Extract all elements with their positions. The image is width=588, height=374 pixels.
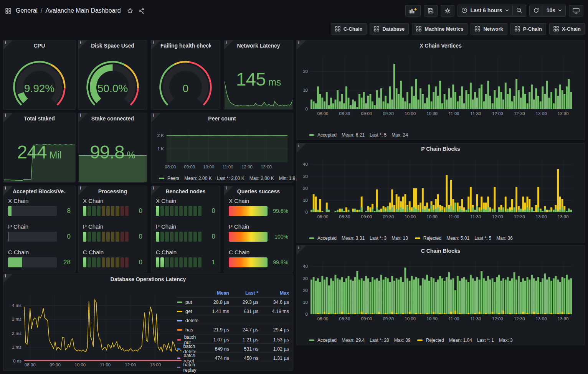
star-icon[interactable] [126,7,134,15]
panel-info-icon[interactable]: i [151,113,160,122]
panel-title[interactable]: Network Latency [233,43,284,49]
panel-info-icon[interactable]: i [3,274,13,283]
breadcrumb-title[interactable]: Avalanche Main Dashboard [45,7,121,14]
x-chain-vertices-chart[interactable]: 08:0008:3009:0009:3010:0010:3011:0011:30… [299,51,582,130]
row-label: C Chain [8,249,71,255]
breadcrumb-section[interactable]: General [16,7,38,14]
gauge-row: P Chain0 [156,223,215,242]
panel-info-icon[interactable]: i [3,113,13,122]
add-panel-button[interactable] [405,5,421,16]
table-header[interactable]: Last * [229,290,258,296]
legend-stat: Max: 2.00 K [249,176,274,181]
panel-info-icon[interactable]: i [224,40,233,49]
dashboard-link-c-chain[interactable]: C-Chain [331,23,367,35]
dashboard-link-network[interactable]: Network [471,23,507,35]
lcd-cell [179,232,183,242]
table-header[interactable]: Mean [199,290,229,296]
panel-info-icon[interactable]: i [3,186,13,195]
lcd-gauge [156,206,202,216]
p-chain-blocks-chart[interactable]: 08:0008:3009:0009:3010:0010:3011:0011:30… [299,154,582,233]
panel-info-icon[interactable]: i [151,186,160,195]
legend-item[interactable]: PeersMean: 2.00 KLast *: 2.00 KMax: 2.00… [159,176,296,181]
peer-count-chart[interactable]: 08:0009:0010:0011:0012:0013:001 K2 K [154,124,291,173]
panel-title[interactable]: Queries success [233,188,284,194]
stat-value: 145ms [224,40,293,109]
svg-text:13:00: 13:00 [536,111,547,116]
stat-unit: Mil [50,150,62,161]
panel-title[interactable]: Disk Space Used [88,43,138,49]
svg-text:12:30: 12:30 [514,316,525,321]
legend-item[interactable]: AcceptedMean: 6.21Last *: 5Max: 24 [309,132,408,138]
panel-title[interactable]: Stake connected [88,115,138,122]
svg-text:08:00: 08:00 [317,111,329,116]
series-name[interactable]: batch replay [177,362,199,373]
legend-label: Rejected [423,236,441,241]
table-header[interactable]: Max [258,290,289,296]
dashboards-grid-icon[interactable] [5,7,12,15]
table-cell: 631 µs [229,309,258,314]
panel-title[interactable]: Total staked [13,115,66,122]
panel-info-icon[interactable]: i [78,40,88,49]
table-cell: 28.8 µs [199,300,229,305]
series-name[interactable]: has [177,327,199,333]
refresh-button[interactable] [530,5,543,16]
svg-text:11:00: 11:00 [449,111,459,116]
panel-title[interactable]: C Chain Blocks [306,248,575,254]
panel-info-icon[interactable]: i [78,113,88,122]
legend-swatch [159,178,164,179]
row-label: P Chain [83,223,142,230]
series-name[interactable]: get [177,309,199,314]
stat-number: 99.8 [90,142,124,163]
share-icon[interactable] [138,7,145,15]
dashboard-link-database[interactable]: Database [370,23,409,35]
panel-title[interactable]: CPU [13,43,66,49]
panel-info-icon[interactable]: i [297,40,306,49]
legend-swatch [309,134,314,136]
c-chain-blocks-chart[interactable]: 08:0008:3009:0009:3010:0010:3011:0011:30… [299,256,582,335]
panel-title[interactable]: Database Operations Latency [13,276,284,282]
lcd-cell [92,232,96,242]
panel-queries-success: i Queries success X Chain99.6%P Chain100… [224,186,293,272]
panel-title[interactable]: Accepted Blocks/Ve... [13,188,66,194]
bar-gauge-fill [8,206,12,216]
panel-info-icon[interactable]: i [151,40,160,49]
legend-item[interactable]: AcceptedMean: 3.31Last *: 3Max: 13 [309,236,408,241]
gauge-row: P Chain0 [8,223,71,242]
series-name[interactable]: put [177,300,199,305]
dashboard-link-label: Machine Metrics [424,26,463,32]
dashboard-link-p-chain[interactable]: P-Chain [510,23,546,35]
zoom-out-button[interactable] [512,5,526,16]
save-dashboard-button[interactable] [424,5,438,16]
legend-item[interactable]: AcceptedMean: 29.4Last *: 28Max: 39 [309,338,410,343]
lcd-cell [175,206,178,216]
stat-value: 244Mil [3,113,75,182]
panel-title[interactable]: X Chain Vertices [306,43,575,49]
legend-item[interactable]: RejectedMean: 1.04Last *: 1Max: 3 [417,338,512,343]
svg-text:13:30: 13:30 [558,214,569,219]
panel-title[interactable]: Processing [88,188,138,194]
svg-text:10:30: 10:30 [426,111,438,116]
panel-info-icon[interactable]: i [224,186,233,195]
row-label: C Chain [156,249,215,255]
panel-info-icon[interactable]: i [3,40,13,49]
dashboard-settings-button[interactable] [441,5,454,16]
row-label: X Chain [156,198,215,204]
panel-info-icon[interactable]: i [78,186,88,195]
legend-item[interactable]: RejectedMean: 5.01Last *: 5Max: 36 [415,236,513,241]
panel-title[interactable]: Failing health checks [160,43,211,49]
lcd-cell [170,206,173,216]
panel-info-icon[interactable]: i [297,245,306,255]
series-name[interactable]: delete [177,318,199,323]
db-latency-chart[interactable]: 08:0009:0010:0011:0012:0013:000 ns1 ms2 … [7,278,184,369]
panel-info-icon[interactable]: i [297,143,306,153]
dashboard-link-x-chain[interactable]: X-Chain [549,23,585,35]
panel-title[interactable]: P Chain Blocks [306,146,575,152]
time-range-picker[interactable]: Last 6 hours [458,5,512,16]
panel-title[interactable]: Benched nodes [160,188,211,194]
panel-title[interactable]: Peer count [160,115,284,122]
svg-text:12:00: 12:00 [492,316,503,321]
refresh-interval-picker[interactable]: 10s [543,5,565,16]
table-cell: 1.02 µs [258,346,289,352]
kiosk-mode-button[interactable] [569,5,583,16]
dashboard-link-machine-metrics[interactable]: Machine Metrics [412,23,467,35]
